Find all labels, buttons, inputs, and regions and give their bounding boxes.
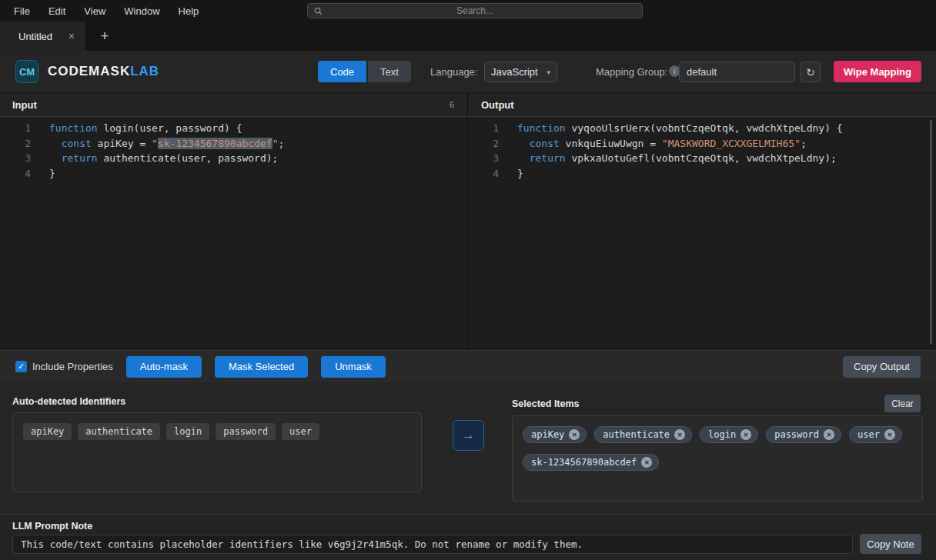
selected-items-title: Selected Items bbox=[512, 398, 580, 409]
output-panel-title: Output bbox=[481, 99, 514, 111]
include-properties-checkbox[interactable]: ✓ bbox=[15, 361, 27, 372]
code-text: const apiKey = "sk-1234567890abcdef"; bbox=[49, 136, 284, 152]
brand-title: CODEMASKLAB bbox=[48, 64, 159, 79]
identifier-chip[interactable]: user bbox=[282, 423, 319, 440]
llm-note-text: This code/text contains placeholder iden… bbox=[21, 538, 583, 550]
selected-items-box: apiKey✕authenticate✕login✕password✕user✕… bbox=[512, 415, 923, 502]
selected-chip-label: sk-1234567890abcdef bbox=[531, 457, 637, 468]
input-editor[interactable]: 1function login(user, password) {2 const… bbox=[0, 117, 468, 350]
llm-note-input[interactable]: This code/text contains placeholder iden… bbox=[12, 535, 853, 554]
code-token: } bbox=[517, 168, 523, 179]
include-properties-label: Include Properties bbox=[32, 361, 113, 372]
code-token: "MASKWORD_XCXXGELMIH65" bbox=[662, 138, 801, 149]
global-search-input[interactable]: Search... bbox=[307, 3, 643, 18]
output-editor[interactable]: 1function vyqooUlsrUerx(vobntCzqeOtqk, v… bbox=[468, 117, 936, 350]
tab-bar: Untitled × + bbox=[0, 22, 936, 51]
app-window: FileEditViewWindowHelp Search... Untitle… bbox=[0, 0, 936, 560]
identifiers-title: Auto-detected Identifiers bbox=[12, 396, 125, 407]
code-token bbox=[49, 138, 62, 149]
selected-chip[interactable]: apiKey✕ bbox=[523, 426, 587, 443]
selected-chip[interactable]: login✕ bbox=[700, 426, 758, 443]
code-token: function bbox=[49, 122, 98, 134]
mode-code-button[interactable]: Code bbox=[318, 61, 366, 82]
unmask-button[interactable]: Unmask bbox=[321, 356, 386, 378]
copy-output-button[interactable]: Copy Output bbox=[843, 356, 921, 378]
remove-icon[interactable]: ✕ bbox=[674, 429, 685, 440]
menu-items: FileEditViewWindowHelp bbox=[0, 0, 208, 22]
panel-headers: Input 6 Output bbox=[0, 93, 936, 117]
code-text: function login(user, password) { bbox=[49, 121, 242, 136]
line-number: 1 bbox=[468, 121, 499, 136]
remove-icon[interactable]: ✕ bbox=[569, 429, 580, 440]
line-number: 3 bbox=[0, 151, 31, 166]
note-bar: LLM Prompt Note This code/text contains … bbox=[0, 514, 936, 560]
include-properties-toggle[interactable]: ✓ Include Properties bbox=[15, 361, 113, 372]
selected-chip-label: apiKey bbox=[531, 429, 564, 440]
bottom-section: Auto-detected Identifiers apiKeyauthenti… bbox=[0, 382, 936, 514]
wipe-mapping-button[interactable]: Wipe Mapping bbox=[834, 61, 921, 82]
mapping-group-input[interactable]: default bbox=[679, 62, 795, 82]
app-header: CM CODEMASKLAB Code Text Language: JavaS… bbox=[0, 51, 936, 93]
tab-close-icon[interactable]: × bbox=[69, 30, 75, 42]
output-code: 1function vyqooUlsrUerx(vobntCzqeOtqk, v… bbox=[468, 121, 936, 181]
menu-item-view[interactable]: View bbox=[75, 0, 115, 22]
code-text: return vpkxaUotuGefl(vobntCzqeOtqk, vwdc… bbox=[517, 151, 837, 166]
code-text: } bbox=[517, 166, 523, 182]
editor-scrollbar[interactable] bbox=[930, 120, 932, 345]
selected-chip-label: authenticate bbox=[603, 429, 670, 440]
selected-chip-label: login bbox=[708, 429, 736, 440]
code-token: ; bbox=[801, 138, 807, 149]
mode-text-button[interactable]: Text bbox=[368, 61, 411, 82]
refresh-icon[interactable]: ↻ bbox=[801, 62, 821, 82]
brand-accent: LAB bbox=[130, 64, 159, 78]
note-title: LLM Prompt Note bbox=[12, 521, 92, 532]
code-token: " bbox=[152, 138, 158, 149]
identifier-chip[interactable]: apiKey bbox=[23, 423, 72, 440]
line-number: 3 bbox=[468, 151, 499, 166]
menu-item-file[interactable]: File bbox=[5, 0, 39, 22]
copy-note-button[interactable]: Copy Note bbox=[860, 534, 921, 554]
code-text: const vnkquEiuwUwgn = "MASKWORD_XCXXGELM… bbox=[517, 136, 807, 152]
search-icon bbox=[314, 7, 323, 15]
code-line: 1function login(user, password) { bbox=[0, 121, 467, 136]
remove-icon[interactable]: ✕ bbox=[824, 429, 834, 440]
code-line: 4} bbox=[468, 166, 936, 182]
chevron-down-icon: ▾ bbox=[547, 68, 550, 76]
clear-button[interactable]: Clear bbox=[884, 395, 921, 412]
transfer-arrow-button[interactable]: → bbox=[453, 420, 484, 451]
auto-mask-button[interactable]: Auto-mask bbox=[126, 356, 202, 378]
input-panel-title: Input bbox=[12, 99, 37, 111]
remove-icon[interactable]: ✕ bbox=[884, 429, 895, 440]
selected-chip[interactable]: sk-1234567890abcdef✕ bbox=[523, 454, 659, 471]
code-token: authenticate(user, password); bbox=[98, 152, 279, 164]
code-token: sk-1234567890abcdef bbox=[158, 138, 272, 149]
language-label: Language: bbox=[430, 66, 477, 78]
line-number: 4 bbox=[0, 166, 31, 182]
language-select[interactable]: JavaScript ▾ bbox=[484, 62, 557, 82]
code-line: 1function vyqooUlsrUerx(vobntCzqeOtqk, v… bbox=[468, 121, 936, 136]
mapping-group-label: Mapping Group: bbox=[596, 66, 667, 78]
line-number: 4 bbox=[468, 166, 499, 182]
selected-chip[interactable]: authenticate✕ bbox=[594, 426, 692, 443]
editors: 1function login(user, password) {2 const… bbox=[0, 117, 936, 350]
identifier-chip[interactable]: authenticate bbox=[78, 423, 160, 440]
selected-chip[interactable]: password✕ bbox=[766, 426, 841, 443]
selected-chip[interactable]: user✕ bbox=[849, 426, 902, 443]
menu-item-help[interactable]: Help bbox=[169, 0, 209, 22]
menu-item-window[interactable]: Window bbox=[115, 0, 169, 22]
remove-icon[interactable]: ✕ bbox=[641, 457, 652, 468]
remove-icon[interactable]: ✕ bbox=[740, 429, 751, 440]
code-token: return bbox=[62, 152, 98, 164]
identifier-chip[interactable]: login bbox=[166, 423, 209, 440]
new-tab-button[interactable]: + bbox=[95, 22, 114, 51]
menu-item-edit[interactable]: Edit bbox=[39, 0, 75, 22]
input-count-badge: 6 bbox=[450, 100, 454, 109]
code-token: ; bbox=[278, 138, 284, 149]
app-logo: CM bbox=[15, 60, 38, 83]
identifier-chip[interactable]: password bbox=[216, 423, 276, 440]
mask-selected-button[interactable]: Mask Selected bbox=[215, 356, 308, 378]
code-token bbox=[517, 152, 530, 164]
tab-untitled[interactable]: Untitled × bbox=[0, 22, 86, 51]
line-number: 1 bbox=[0, 121, 31, 136]
code-token: vnkquEiuwUwgn = bbox=[560, 138, 662, 149]
